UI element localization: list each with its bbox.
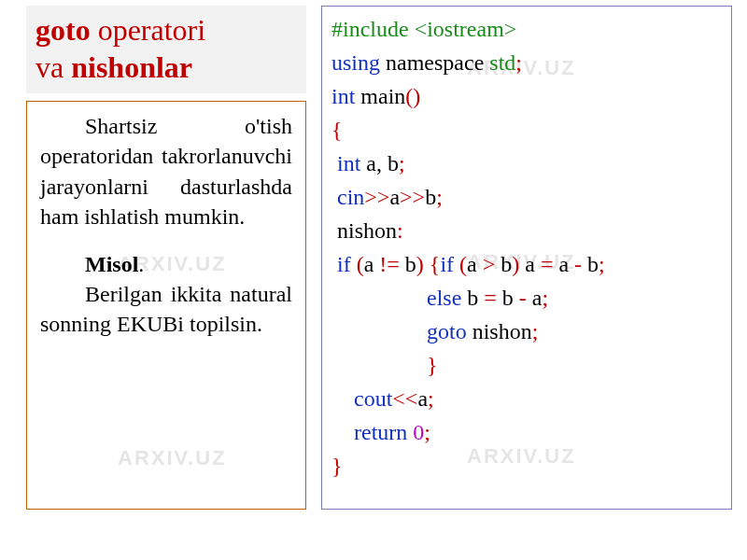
code-include: #include <iostream> bbox=[331, 17, 516, 41]
misol-dot: . bbox=[138, 252, 144, 276]
title-operatori: operatori bbox=[91, 13, 206, 47]
code-paren: ( bbox=[357, 252, 364, 276]
code-semi: ; bbox=[532, 319, 539, 343]
code-semi: ; bbox=[543, 286, 549, 310]
description-misol: Misol. bbox=[40, 249, 292, 279]
code-neq: != bbox=[379, 252, 400, 276]
description-para2: Berilgan ikkita natural sonning EKUBi to… bbox=[40, 279, 292, 340]
code-pad bbox=[331, 286, 427, 310]
code-semi: ; bbox=[599, 252, 605, 276]
code-var-b: b bbox=[497, 286, 519, 310]
code-goto: goto bbox=[427, 319, 472, 343]
code-var-b: b bbox=[495, 252, 512, 276]
code-return: return bbox=[331, 420, 413, 444]
code-std: std bbox=[489, 50, 515, 75]
code-box: #include <iostream> using namespace std;… bbox=[321, 6, 732, 510]
code-pad bbox=[331, 353, 427, 377]
title-goto: goto bbox=[35, 13, 91, 47]
code-var-b: b bbox=[582, 252, 599, 276]
code-nishon: nishon bbox=[472, 319, 532, 343]
code-namespace: namespace bbox=[380, 50, 489, 75]
code-pad bbox=[331, 319, 427, 343]
code-var-b: b bbox=[425, 185, 436, 209]
code-eq: = bbox=[541, 252, 554, 276]
code-semi: ; bbox=[424, 420, 430, 444]
code-zero: 0 bbox=[413, 420, 424, 444]
code-var-b: b bbox=[467, 286, 484, 310]
code-gt: > bbox=[483, 252, 496, 276]
code-var-a: a bbox=[389, 185, 400, 209]
code-var-a: a bbox=[417, 386, 428, 411]
code-minus: - bbox=[519, 286, 527, 310]
code-paren-brace: ) { bbox=[416, 252, 441, 276]
code-brace-close: } bbox=[331, 454, 343, 478]
code-var-a: a bbox=[553, 252, 574, 276]
code-paren: ) bbox=[512, 252, 525, 276]
code-if: if bbox=[331, 252, 357, 276]
code-colon: : bbox=[397, 218, 403, 243]
code-var-a: a bbox=[467, 252, 483, 276]
code-op: << bbox=[392, 386, 417, 411]
title-nishonlar: nishonlar bbox=[71, 50, 192, 84]
code-int-decl: int bbox=[331, 151, 360, 175]
code-var-a: a bbox=[525, 252, 541, 276]
code-var-a: a bbox=[527, 286, 543, 310]
code-cin: cin bbox=[331, 185, 364, 209]
code-if: if bbox=[440, 252, 459, 276]
code-minus: - bbox=[574, 252, 582, 276]
code-eq: = bbox=[484, 286, 497, 310]
code-else: else bbox=[427, 286, 467, 310]
code-cout: cout bbox=[331, 386, 392, 411]
title-va: va bbox=[35, 50, 71, 84]
code-semi: ; bbox=[515, 50, 522, 75]
code-label: nishon bbox=[331, 218, 397, 243]
code-parens: () bbox=[405, 84, 420, 108]
code-int: int bbox=[331, 84, 355, 108]
misol-label: Misol bbox=[85, 252, 138, 276]
code-brace-open: { bbox=[331, 118, 343, 142]
code-var-b: b bbox=[400, 252, 416, 276]
code-semi: ; bbox=[436, 185, 443, 209]
code-semi: ; bbox=[399, 151, 405, 175]
code-var-a: a bbox=[364, 252, 380, 276]
code-using: using bbox=[331, 50, 380, 75]
code-op: >> bbox=[364, 185, 389, 209]
code-semi: ; bbox=[428, 386, 434, 411]
title-box: goto operatori va nishonlar bbox=[26, 6, 306, 93]
code-ab: a, b bbox=[360, 151, 399, 175]
description-box: Shartsiz o'tish operatoridan takrorlanuv… bbox=[26, 101, 306, 510]
code-main: main bbox=[355, 84, 405, 108]
code-op: >> bbox=[400, 185, 425, 209]
description-para1: Shartsiz o'tish operatoridan takrorlanuv… bbox=[40, 111, 292, 232]
code-paren: ( bbox=[459, 252, 467, 276]
code-brace-close: } bbox=[427, 353, 438, 377]
